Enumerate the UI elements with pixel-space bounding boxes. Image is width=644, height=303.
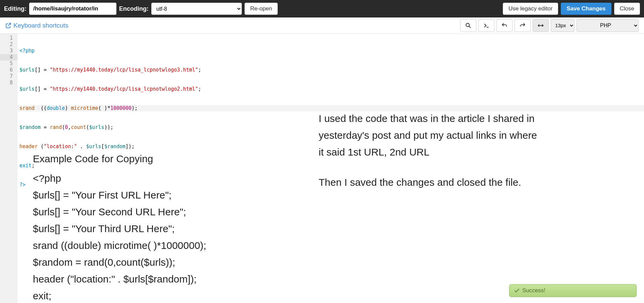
line-number: 2 bbox=[0, 41, 17, 48]
undo-button[interactable] bbox=[496, 19, 513, 32]
token: , bbox=[68, 124, 71, 130]
commentary-paragraph: I used the code that was in the article … bbox=[319, 110, 543, 161]
redo-button[interactable] bbox=[515, 19, 531, 32]
overlay-line: <?php bbox=[33, 170, 258, 187]
token: header bbox=[19, 143, 38, 149]
encoding-label: Encoding: bbox=[119, 5, 149, 12]
line-number: 1 bbox=[0, 35, 17, 41]
token: <?php bbox=[19, 48, 35, 54]
token: )); bbox=[104, 124, 113, 130]
token: [ bbox=[101, 143, 104, 149]
token: $urls bbox=[89, 124, 104, 130]
overlay-line: srand ((double) microtime( )*1000000); bbox=[33, 237, 258, 254]
keyboard-shortcuts-label: Keyboard shortcuts bbox=[13, 22, 68, 29]
token: rand bbox=[50, 124, 62, 130]
filepath-input[interactable] bbox=[29, 3, 116, 15]
token: $urls bbox=[19, 86, 35, 92]
token: ; bbox=[198, 67, 201, 73]
search-icon bbox=[465, 22, 472, 29]
token: exit bbox=[19, 163, 32, 169]
token: $urls bbox=[86, 143, 101, 149]
token: double bbox=[47, 105, 65, 111]
overlay-line: exit; bbox=[33, 288, 258, 303]
arrows-horizontal-icon bbox=[537, 22, 544, 29]
token: [] = bbox=[35, 86, 50, 92]
line-number: 7 bbox=[0, 73, 17, 80]
token: ) bbox=[65, 105, 71, 111]
overlay-line: header ("location:" . $urls[$random]); bbox=[33, 271, 258, 288]
line-number: 6 bbox=[0, 67, 17, 73]
external-link-icon bbox=[5, 23, 11, 29]
overlay-line: $urls[] = "Your First URL Here"; bbox=[33, 187, 258, 204]
font-size-select[interactable]: 13px bbox=[551, 19, 575, 32]
token: ( )* bbox=[98, 105, 110, 111]
terminal-button[interactable] bbox=[478, 19, 494, 32]
token: srand bbox=[19, 105, 35, 111]
token: $random bbox=[19, 124, 41, 130]
line-number: 3 bbox=[0, 48, 17, 54]
token: 1000000 bbox=[110, 105, 131, 111]
top-bar: Editing: Encoding: utf-8 Re-open Use leg… bbox=[0, 0, 644, 17]
save-changes-button[interactable]: Save Changes bbox=[561, 3, 611, 15]
token: "https://my1440.today/lcp/lisa_lcpnotwlo… bbox=[50, 67, 198, 73]
overlay-line: $urls[] = "Your Third URL Here"; bbox=[33, 220, 258, 237]
legacy-editor-button[interactable]: Use legacy editor bbox=[503, 3, 558, 15]
token: "https://my1440.today/lcp/lisa_lcpnotwlo… bbox=[50, 86, 198, 92]
language-select[interactable]: PHP bbox=[577, 19, 639, 32]
reopen-button[interactable]: Re-open bbox=[245, 3, 278, 15]
success-notification: Success! bbox=[509, 284, 637, 297]
checkmark-icon bbox=[514, 287, 520, 294]
token: ( bbox=[86, 124, 89, 130]
commentary-overlay: I used the code that was in the article … bbox=[319, 110, 543, 204]
line-number: 8 bbox=[0, 80, 17, 86]
commentary-paragraph: Then I saved the changes and closed the … bbox=[319, 174, 543, 191]
secondary-toolbar: Keyboard shortcuts 13px PHP bbox=[0, 17, 644, 34]
example-code-overlay: Example Code for Copying <?php $urls[] =… bbox=[33, 150, 258, 303]
token: = bbox=[41, 124, 50, 130]
editing-label: Editing: bbox=[4, 5, 26, 12]
token: count bbox=[71, 124, 86, 130]
token: $urls bbox=[19, 67, 35, 73]
overlay-line: $urls[] = "Your Second URL Here"; bbox=[33, 204, 258, 220]
token: ); bbox=[131, 105, 138, 111]
token: [] = bbox=[35, 67, 50, 73]
line-number-gutter: 1 2 3 4 5 6 7 8 bbox=[0, 34, 17, 303]
word-wrap-button[interactable] bbox=[533, 19, 549, 32]
token: 0 bbox=[65, 124, 68, 130]
success-label: Success! bbox=[522, 287, 545, 294]
encoding-select[interactable]: utf-8 bbox=[151, 3, 242, 15]
editor-area: 1 2 3 4 5 6 7 8 <?php $urls[] = "https:/… bbox=[0, 34, 644, 303]
search-button[interactable] bbox=[460, 19, 476, 32]
token: microtime bbox=[71, 105, 98, 111]
undo-icon bbox=[501, 22, 508, 29]
close-button[interactable]: Close bbox=[614, 3, 640, 15]
token: (( bbox=[35, 105, 47, 111]
token: ?> bbox=[19, 182, 25, 188]
line-number: 5 bbox=[0, 60, 17, 67]
token: $random bbox=[104, 143, 125, 149]
svg-point-0 bbox=[466, 23, 469, 27]
keyboard-shortcuts-link[interactable]: Keyboard shortcuts bbox=[5, 22, 68, 29]
line-number: 4 bbox=[0, 54, 17, 60]
terminal-icon bbox=[483, 22, 490, 29]
token: ( bbox=[38, 143, 44, 149]
overlay-heading: Example Code for Copying bbox=[33, 150, 258, 167]
token: ; bbox=[198, 86, 201, 92]
token: . bbox=[77, 143, 86, 149]
token: "location:" bbox=[44, 143, 77, 149]
redo-icon bbox=[519, 22, 526, 29]
overlay-line: $random = rand(0,count($urls)); bbox=[33, 254, 258, 271]
token: ]); bbox=[125, 143, 135, 149]
